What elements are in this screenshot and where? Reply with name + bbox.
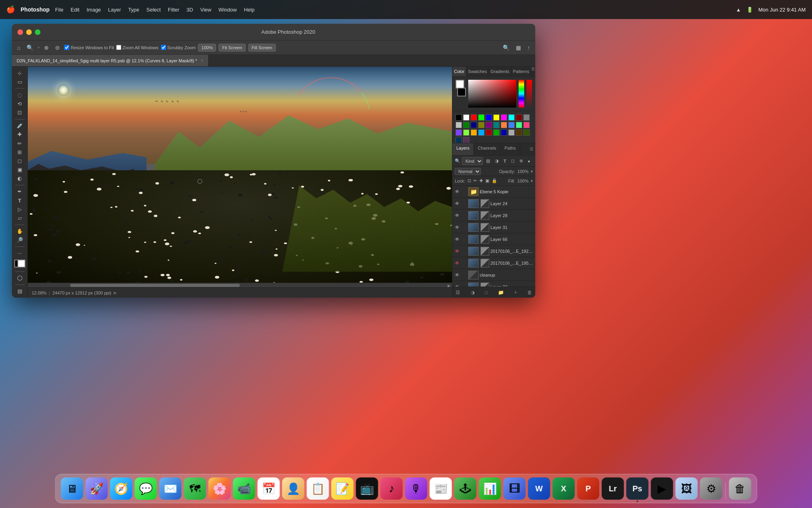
lock-image-icon[interactable]: ✏ bbox=[473, 178, 477, 183]
hand-tool[interactable]: ✋ bbox=[14, 227, 25, 235]
swatch[interactable] bbox=[456, 114, 462, 121]
dock-icon-messages[interactable]: 💬 bbox=[135, 477, 157, 500]
fit-screen-button[interactable]: Fit Screen bbox=[218, 44, 245, 52]
shape-layer-icon[interactable]: ◻ bbox=[509, 158, 516, 164]
menubar-item-3d[interactable]: 3D bbox=[186, 7, 193, 13]
layer-visibility-icon[interactable]: 👁 bbox=[454, 213, 460, 218]
menubar-item-layer[interactable]: Layer bbox=[108, 7, 121, 13]
hue-slider[interactable] bbox=[519, 80, 524, 108]
dock-icon-podcasts[interactable]: 🎙 bbox=[405, 477, 427, 500]
layers-tab[interactable]: Layers bbox=[452, 143, 474, 155]
lock-transparent-icon[interactable]: ⊡ bbox=[467, 178, 471, 183]
background-swatch[interactable] bbox=[457, 88, 466, 96]
dock-icon-facetime[interactable]: 📹 bbox=[233, 477, 255, 500]
opacity-slider[interactable] bbox=[527, 80, 532, 108]
swatch[interactable] bbox=[471, 129, 477, 136]
layer-row[interactable]: 👁Layer 23 bbox=[452, 281, 535, 287]
swatch[interactable] bbox=[456, 122, 462, 128]
swatch[interactable] bbox=[456, 137, 462, 143]
resize-windows-checkbox[interactable]: Resize Windows to Fit bbox=[64, 45, 114, 50]
swatch[interactable] bbox=[501, 122, 507, 128]
dock-icon-calendar[interactable]: 📅 bbox=[258, 477, 280, 500]
paths-tab[interactable]: Paths bbox=[501, 143, 520, 155]
move-tool[interactable]: ⊹ bbox=[14, 69, 25, 77]
apple-menu-icon[interactable]: 🍎 bbox=[6, 5, 15, 14]
swatch[interactable] bbox=[471, 114, 477, 121]
swatch[interactable] bbox=[463, 137, 469, 143]
maximize-button[interactable] bbox=[35, 29, 40, 35]
rectangle-tool[interactable]: ▱ bbox=[14, 214, 25, 222]
crop-tool[interactable]: ⊡ bbox=[14, 109, 25, 117]
dock-icon-appletv[interactable]: 📺 bbox=[356, 477, 378, 500]
menubar-item-edit[interactable]: Edit bbox=[71, 7, 79, 13]
swatch[interactable] bbox=[493, 122, 500, 128]
fill-arrow[interactable]: ▾ bbox=[531, 179, 533, 183]
minimize-button[interactable] bbox=[26, 29, 32, 35]
opacity-arrow[interactable]: ▾ bbox=[531, 169, 533, 173]
zoom-all-checkbox[interactable]: Zoom All Windows bbox=[116, 45, 158, 50]
dock-icon-contacts[interactable]: 👤 bbox=[282, 477, 304, 500]
type-tool[interactable]: T bbox=[14, 196, 25, 204]
menubar-item-help[interactable]: Help bbox=[244, 7, 255, 13]
layer-visibility-icon[interactable]: 👁 bbox=[454, 272, 460, 278]
dock-icon-pp[interactable]: P bbox=[577, 477, 599, 500]
type-layer-icon[interactable]: T bbox=[502, 158, 508, 164]
swatch[interactable] bbox=[486, 114, 492, 121]
foreground-swatch[interactable] bbox=[456, 80, 464, 89]
swatch[interactable] bbox=[516, 122, 522, 128]
menubar-item-image[interactable]: Image bbox=[86, 7, 101, 13]
dock-icon-mail[interactable]: ✉️ bbox=[159, 477, 182, 500]
swatch[interactable] bbox=[516, 129, 522, 136]
layer-row[interactable]: 👁📁Ebene 5 Kopie bbox=[452, 186, 535, 198]
add-adjustment-icon[interactable]: ◑ bbox=[471, 290, 475, 295]
layer-row[interactable]: 👁Layer 31 bbox=[452, 221, 535, 233]
scrubby-zoom-checkbox[interactable]: Scrubby Zoom bbox=[161, 45, 196, 50]
brush-tool[interactable]: ✏ bbox=[14, 139, 25, 147]
pen-tool[interactable]: ✒ bbox=[14, 188, 25, 196]
swatch[interactable] bbox=[471, 122, 477, 128]
dock-icon-gamecenter[interactable]: 🕹 bbox=[454, 477, 477, 500]
swatch[interactable] bbox=[478, 114, 485, 121]
swatches-tab[interactable]: Swatches bbox=[466, 67, 489, 76]
dock-icon-keynote[interactable]: 🎞 bbox=[504, 477, 526, 500]
swatch[interactable] bbox=[523, 129, 530, 136]
layout-icon[interactable]: ▦ bbox=[514, 44, 523, 52]
layer-visibility-icon[interactable]: 👁 bbox=[454, 248, 460, 254]
close-button[interactable] bbox=[17, 29, 23, 35]
swatch[interactable] bbox=[501, 129, 507, 136]
filter-on-icon[interactable]: ● bbox=[526, 158, 532, 164]
healing-tool[interactable]: ✚ bbox=[14, 131, 25, 139]
artboard-tool[interactable]: ▭ bbox=[14, 78, 25, 86]
layer-visibility-icon[interactable]: 👁 bbox=[454, 201, 460, 206]
gradients-tab[interactable]: Gradients bbox=[489, 67, 511, 76]
dock-icon-reminders[interactable]: 📋 bbox=[307, 477, 329, 500]
eyedropper-tool[interactable]: 💉 bbox=[14, 122, 25, 130]
dock-icon-maps[interactable]: 🗺 bbox=[184, 477, 206, 500]
layer-row[interactable]: 👁20170106_...E_19275 1 bbox=[452, 245, 535, 257]
layer-visibility-icon[interactable]: 👁 bbox=[454, 260, 460, 266]
add-folder-icon[interactable]: 📁 bbox=[498, 290, 504, 295]
adjustment-layer-icon[interactable]: ◑ bbox=[493, 158, 500, 164]
menubar-item-view[interactable]: View bbox=[200, 7, 211, 13]
more-tools[interactable]: ··· bbox=[14, 249, 25, 257]
menubar-item-select[interactable]: Select bbox=[146, 7, 161, 13]
link-layers-icon[interactable]: ⛓ bbox=[456, 290, 460, 295]
swatch[interactable] bbox=[523, 122, 530, 128]
swatch[interactable] bbox=[508, 129, 515, 136]
smart-object-icon[interactable]: ⊕ bbox=[518, 158, 525, 164]
add-mask-icon[interactable]: □ bbox=[485, 290, 488, 295]
patterns-tab[interactable]: Patterns bbox=[511, 67, 531, 76]
menubar-item-file[interactable]: File bbox=[55, 7, 63, 13]
layer-visibility-icon[interactable]: 👁 bbox=[454, 237, 460, 242]
menubar-item-window[interactable]: Window bbox=[218, 7, 237, 13]
color-tab[interactable]: Color bbox=[452, 67, 466, 76]
swatch[interactable] bbox=[463, 129, 469, 136]
swatch[interactable] bbox=[501, 114, 507, 121]
horizontal-scrollbar[interactable]: ▶ bbox=[28, 283, 452, 287]
zoom-out-icon[interactable]: 🔍 bbox=[25, 44, 35, 52]
swatch[interactable] bbox=[478, 129, 485, 136]
zoom-value[interactable]: 100% bbox=[198, 44, 216, 52]
path-select-tool[interactable]: ▷ bbox=[14, 205, 25, 213]
dock-icon-numbers[interactable]: 📊 bbox=[479, 477, 501, 500]
dock-icon-photos[interactable]: 🌸 bbox=[209, 477, 231, 500]
